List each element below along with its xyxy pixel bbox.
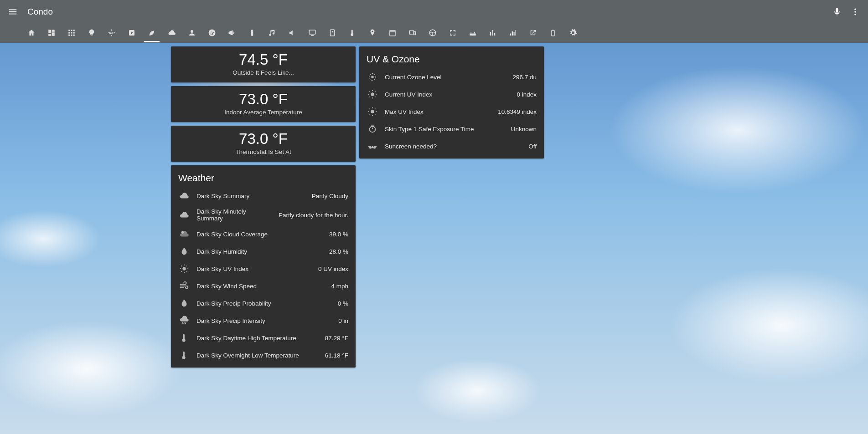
tab-cloud[interactable] — [167, 25, 177, 41]
svg-line-31 — [186, 266, 187, 266]
svg-line-53 — [369, 114, 370, 114]
fullscreen-icon — [449, 29, 457, 37]
svg-rect-11 — [331, 30, 335, 36]
weather-row[interactable]: Dark Sky Minutely Summary Partly cloudy … — [171, 204, 356, 225]
uv-row[interactable]: Skin Type 1 Safe Exposure Time Unknown — [359, 120, 544, 138]
tab-battery[interactable] — [548, 25, 558, 41]
card-title: UV & Ozone — [359, 46, 544, 68]
ozone-icon — [367, 72, 378, 82]
ac-icon: A/C — [108, 29, 116, 37]
tab-fullscreen[interactable] — [448, 25, 458, 41]
tab-map[interactable] — [367, 25, 377, 41]
svg-point-22 — [181, 231, 184, 234]
droplet-icon — [178, 246, 190, 256]
svg-line-51 — [369, 108, 370, 109]
row-value: 39.0 % — [329, 231, 348, 238]
tab-ac[interactable]: A/C — [107, 25, 117, 41]
uv-row[interactable]: Current UV Index 0 index — [359, 86, 544, 103]
svg-point-37 — [371, 92, 374, 96]
devices-icon — [408, 29, 417, 37]
tab-music[interactable] — [267, 25, 277, 41]
calendar-icon — [388, 29, 397, 37]
router-icon — [469, 29, 477, 37]
weather-row[interactable]: Dark Sky UV Index 0 UV index — [171, 260, 356, 277]
menu-button[interactable] — [4, 3, 22, 21]
weather-row[interactable]: Dark Sky Daytime High Temperature 87.29 … — [171, 329, 356, 347]
tab-chart[interactable] — [508, 25, 518, 41]
uv-row[interactable]: Current Ozone Level 296.7 du — [359, 68, 544, 86]
tab-home[interactable] — [26, 25, 36, 41]
tab-lightbulb[interactable] — [87, 25, 97, 41]
tab-megaphone[interactable] — [227, 25, 237, 41]
row-value: 28.0 % — [329, 248, 348, 255]
overflow-button[interactable] — [846, 3, 864, 21]
thermo-icon — [178, 350, 190, 360]
tab-stats[interactable] — [488, 25, 498, 41]
uv-row[interactable]: Suncreen needed? Off — [359, 138, 544, 155]
app-header: Condo A/C — [0, 0, 868, 43]
weather-row[interactable]: Dark Sky Humidity 28.0 % — [171, 243, 356, 260]
microphone-icon — [832, 7, 842, 16]
tab-leaf[interactable] — [147, 25, 157, 41]
weather-row[interactable]: Dark Sky Overnight Low Temperature 61.18… — [171, 347, 356, 364]
sensor-outside-feels-like[interactable]: 74.5 °F Outside It Feels Like... — [171, 46, 356, 82]
svg-point-46 — [371, 110, 374, 113]
row-value: Partly Cloudy — [312, 193, 348, 199]
tab-thermometer[interactable] — [347, 25, 357, 41]
svg-rect-9 — [309, 30, 315, 34]
svg-line-43 — [375, 97, 375, 97]
tab-spotify[interactable] — [207, 25, 217, 41]
appliance-icon — [328, 29, 336, 37]
svg-line-29 — [186, 271, 187, 271]
sensor-thermostat-set[interactable]: 73.0 °F Thermostat Is Set At — [171, 126, 356, 162]
row-label: Dark Sky Wind Speed — [196, 283, 325, 290]
tab-person[interactable] — [187, 25, 197, 41]
sensor-indoor-average[interactable]: 73.0 °F Indoor Average Temperature — [171, 86, 356, 122]
weather-row[interactable]: Dark Sky Cloud Coverage 39.0 % — [171, 225, 356, 243]
tab-gear[interactable] — [568, 25, 578, 41]
rain-icon — [178, 316, 190, 326]
svg-point-23 — [182, 267, 186, 270]
card-title: Weather — [171, 165, 356, 187]
row-label: Dark Sky Daytime High Temperature — [196, 335, 319, 342]
row-value: 296.7 du — [512, 74, 537, 81]
svg-point-55 — [370, 127, 376, 133]
tab-dashboard[interactable] — [46, 25, 57, 41]
chart-icon — [509, 29, 517, 37]
tab-calendar[interactable] — [388, 25, 398, 41]
tab-grid[interactable] — [67, 25, 77, 41]
wind-icon — [178, 281, 190, 291]
tab-appliance[interactable] — [327, 25, 337, 41]
weather-row[interactable]: Dark Sky Precip Probability 0 % — [171, 295, 356, 312]
tab-volume[interactable] — [287, 25, 297, 41]
tab-player[interactable] — [127, 25, 137, 41]
svg-line-32 — [182, 323, 182, 324]
svg-rect-16 — [414, 32, 416, 35]
row-value: 0 index — [517, 91, 537, 98]
uv-ozone-card: UV & Ozone Current Ozone Level 296.7 du … — [359, 46, 544, 158]
row-value: 61.18 °F — [325, 352, 348, 359]
svg-rect-15 — [409, 31, 413, 35]
svg-point-1 — [854, 11, 856, 12]
voice-button[interactable] — [828, 3, 846, 21]
tab-openlink[interactable] — [528, 25, 538, 41]
svg-rect-19 — [470, 34, 476, 36]
tab-devices[interactable] — [408, 25, 418, 41]
uv-row[interactable]: Max UV Index 10.6349 index — [359, 103, 544, 120]
row-label: Dark Sky UV Index — [196, 266, 312, 272]
monitor-icon — [308, 29, 316, 37]
tab-monitor[interactable] — [307, 25, 317, 41]
music-icon — [268, 29, 276, 37]
sun-icon — [367, 107, 378, 117]
tab-router[interactable] — [468, 25, 478, 41]
weather-row[interactable]: Dark Sky Summary Partly Cloudy — [171, 187, 356, 204]
tab-steering[interactable] — [428, 25, 438, 41]
tab-remote[interactable] — [247, 25, 257, 41]
weather-row[interactable]: Dark Sky Precip Intensity 0 in — [171, 312, 356, 329]
grid-icon — [67, 29, 76, 37]
stats-icon — [489, 29, 497, 37]
dashboard-icon — [47, 29, 56, 37]
row-label: Dark Sky Precip Intensity — [196, 317, 332, 324]
weather-row[interactable]: Dark Sky Wind Speed 4 mph — [171, 277, 356, 295]
row-label: Skin Type 1 Safe Exposure Time — [385, 126, 505, 133]
